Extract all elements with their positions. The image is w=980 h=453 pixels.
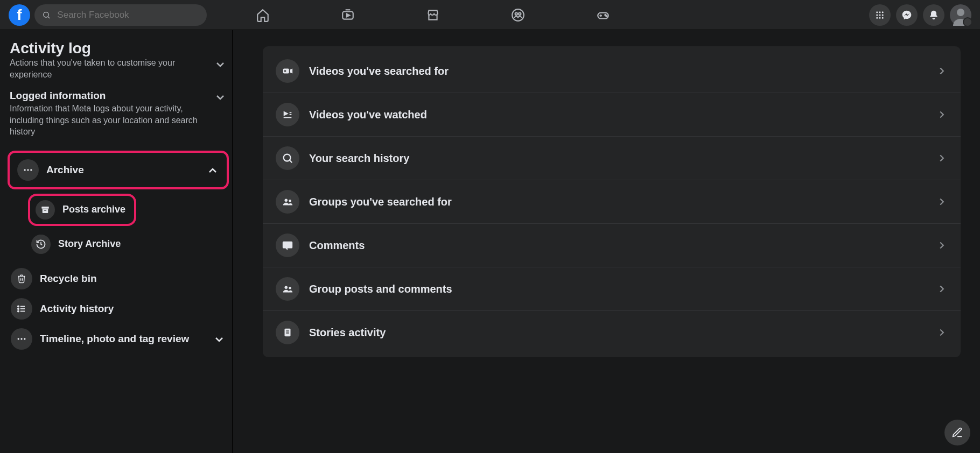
menu-button[interactable] bbox=[869, 4, 891, 26]
item-label: Comments bbox=[309, 239, 926, 252]
svg-rect-53 bbox=[286, 330, 289, 331]
timeline-review-label: Timeline, photo and tag review bbox=[40, 333, 205, 345]
chevron-right-icon bbox=[936, 239, 948, 251]
item-label: Group posts and comments bbox=[309, 283, 926, 295]
list-item[interactable]: Videos you've searched for bbox=[263, 49, 961, 93]
chevron-down-icon bbox=[213, 333, 226, 346]
list-item[interactable]: Your search history bbox=[263, 136, 961, 180]
trash-icon bbox=[11, 268, 32, 289]
grid-icon bbox=[875, 10, 885, 20]
svg-point-23 bbox=[24, 169, 26, 171]
nav-video[interactable] bbox=[335, 2, 361, 28]
svg-point-20 bbox=[879, 17, 881, 18]
sidebar-item-archive[interactable]: Archive bbox=[14, 155, 222, 185]
svg-point-6 bbox=[515, 12, 517, 15]
svg-rect-43 bbox=[284, 117, 292, 118]
highlight-posts-archive: Posts archive bbox=[28, 194, 136, 226]
svg-point-22 bbox=[957, 9, 964, 16]
marketplace-icon bbox=[426, 8, 440, 22]
highlight-archive: Archive bbox=[8, 151, 229, 189]
main-content: Videos you've searched for Videos you've… bbox=[233, 30, 980, 453]
svg-point-21 bbox=[882, 17, 884, 18]
list-item[interactable]: Comments bbox=[263, 223, 961, 267]
preferences-desc: Actions that you've taken to customise y… bbox=[10, 57, 208, 80]
topbar: f bbox=[0, 0, 980, 30]
sidebar-item-recycle-bin[interactable]: Recycle bin bbox=[8, 264, 229, 294]
notifications-button[interactable] bbox=[923, 4, 944, 26]
chevron-right-icon bbox=[936, 152, 948, 164]
list-item[interactable]: Stories activity bbox=[263, 310, 961, 354]
svg-marker-42 bbox=[284, 111, 289, 116]
topbar-right bbox=[869, 4, 971, 26]
sidebar-item-activity-history[interactable]: Activity history bbox=[8, 294, 229, 324]
svg-point-49 bbox=[289, 200, 291, 202]
sidebar-item-timeline-review[interactable]: Timeline, photo and tag review bbox=[8, 324, 229, 354]
search-icon bbox=[42, 10, 51, 20]
svg-point-35 bbox=[18, 338, 19, 339]
svg-rect-54 bbox=[286, 332, 289, 334]
chevron-right-icon bbox=[936, 109, 948, 121]
gaming-icon bbox=[596, 8, 610, 22]
svg-line-47 bbox=[290, 160, 292, 162]
svg-point-0 bbox=[44, 12, 49, 17]
video-play-icon bbox=[276, 103, 299, 126]
svg-point-37 bbox=[24, 338, 25, 339]
svg-point-24 bbox=[27, 169, 29, 171]
svg-point-12 bbox=[606, 16, 607, 17]
sidebar-item-story-archive[interactable]: Story Archive bbox=[28, 231, 229, 257]
more-icon bbox=[11, 328, 32, 350]
svg-point-15 bbox=[882, 11, 884, 13]
list-item[interactable]: Groups you've searched for bbox=[263, 180, 961, 223]
svg-point-17 bbox=[879, 14, 881, 16]
chevron-right-icon bbox=[936, 65, 948, 77]
svg-point-34 bbox=[18, 310, 19, 312]
svg-point-5 bbox=[512, 9, 524, 21]
messenger-button[interactable] bbox=[896, 4, 918, 26]
nav-groups[interactable] bbox=[505, 2, 531, 28]
svg-rect-45 bbox=[290, 114, 292, 115]
facebook-logo-letter: f bbox=[17, 6, 22, 24]
list-item[interactable]: Videos you've watched bbox=[263, 93, 961, 136]
list-item[interactable]: Group posts and comments bbox=[263, 267, 961, 310]
svg-point-13 bbox=[876, 11, 878, 13]
svg-rect-27 bbox=[43, 209, 48, 213]
bell-icon bbox=[928, 10, 939, 20]
svg-point-32 bbox=[18, 306, 19, 307]
sidebar-item-posts-archive[interactable]: Posts archive bbox=[32, 197, 129, 223]
nav-home[interactable] bbox=[250, 2, 276, 28]
sidebar-section-logged-information[interactable]: Logged information Information that Meta… bbox=[8, 88, 229, 145]
groups-icon bbox=[276, 277, 299, 301]
svg-point-46 bbox=[284, 154, 291, 161]
nav-marketplace[interactable] bbox=[420, 2, 446, 28]
compose-button[interactable] bbox=[944, 420, 970, 445]
svg-point-51 bbox=[289, 287, 291, 289]
item-label: Stories activity bbox=[309, 327, 926, 339]
recycle-bin-label: Recycle bin bbox=[40, 273, 97, 285]
account-avatar[interactable] bbox=[950, 4, 971, 26]
groups-icon bbox=[276, 190, 299, 214]
chevron-up-icon bbox=[206, 164, 219, 177]
clock-history-icon bbox=[31, 235, 51, 254]
svg-rect-28 bbox=[44, 210, 47, 211]
item-label: Videos you've searched for bbox=[309, 65, 926, 77]
search-container[interactable] bbox=[34, 4, 207, 26]
search-icon bbox=[276, 146, 299, 170]
sidebar-section-preferences[interactable]: Actions that you've taken to customise y… bbox=[8, 55, 229, 88]
search-input[interactable] bbox=[56, 9, 199, 21]
archive-box-icon bbox=[36, 200, 55, 220]
svg-point-50 bbox=[285, 286, 288, 289]
video-camera-icon bbox=[276, 59, 299, 83]
nav-gaming[interactable] bbox=[590, 2, 616, 28]
archive-label: Archive bbox=[46, 164, 199, 176]
stories-icon bbox=[276, 321, 299, 344]
svg-point-25 bbox=[30, 169, 32, 171]
svg-point-7 bbox=[519, 12, 521, 15]
facebook-logo[interactable]: f bbox=[9, 4, 30, 26]
item-label: Videos you've watched bbox=[309, 109, 926, 121]
svg-point-14 bbox=[879, 11, 881, 13]
groups-nav-icon bbox=[511, 8, 525, 22]
more-icon bbox=[17, 159, 39, 181]
svg-marker-3 bbox=[347, 13, 349, 16]
item-label: Groups you've searched for bbox=[309, 196, 926, 208]
chevron-right-icon bbox=[936, 327, 948, 338]
